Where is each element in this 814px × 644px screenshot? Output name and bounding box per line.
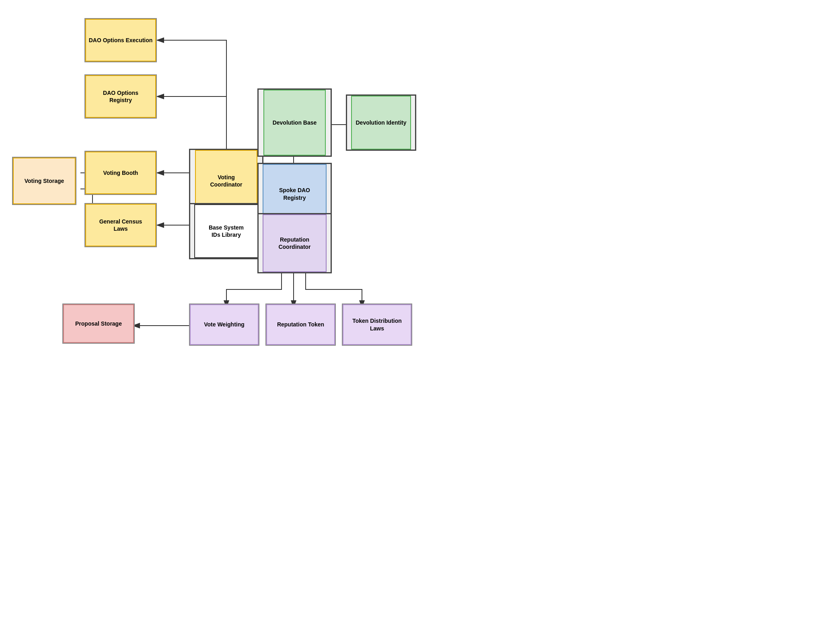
- proposal-storage-outer: Proposal Storage: [62, 304, 135, 344]
- reputation-coordinator-node: ReputationCoordinator: [263, 214, 327, 272]
- vote-weighting-node: Vote Weighting: [190, 304, 259, 345]
- devolution-base-label: Devolution Base: [273, 119, 317, 126]
- reputation-token-label: Reputation Token: [277, 321, 324, 328]
- base-system-ids-label: Base SystemIDs Library: [209, 224, 244, 238]
- voting-coordinator-label: VotingCoordinator: [210, 174, 242, 188]
- token-distribution-laws-label: Token Distribution Laws: [346, 317, 408, 332]
- vote-weighting-label: Vote Weighting: [204, 321, 245, 328]
- token-distribution-laws-outer: Token Distribution Laws: [342, 304, 412, 346]
- spoke-dao-registry-label: Spoke DAORegistry: [279, 187, 310, 201]
- architecture-diagram: DAO Options Execution DAO OptionsRegistr…: [0, 0, 488, 382]
- dao-options-execution-node: DAO Options Execution: [85, 19, 156, 62]
- arrow-vc-to-dao-reg: [157, 96, 226, 155]
- general-census-laws-label: General CensusLaws: [99, 218, 142, 232]
- token-distribution-laws-node: Token Distribution Laws: [343, 304, 411, 345]
- reputation-token-outer: Reputation Token: [265, 304, 336, 346]
- reputation-coordinator-outer: ReputationCoordinator: [257, 213, 332, 273]
- voting-coordinator-node: VotingCoordinator: [195, 150, 257, 212]
- devolution-base-node: Devolution Base: [263, 90, 326, 156]
- devolution-identity-label: Devolution Identity: [356, 119, 407, 126]
- dao-options-registry-node: DAO OptionsRegistry: [85, 75, 156, 118]
- voting-booth-node: Voting Booth: [85, 152, 156, 194]
- voting-booth-label: Voting Booth: [103, 169, 138, 176]
- reputation-token-node: Reputation Token: [266, 304, 335, 345]
- dao-options-execution-outer: DAO Options Execution: [84, 18, 157, 62]
- proposal-storage-label: Proposal Storage: [75, 320, 122, 327]
- dao-options-registry-outer: DAO OptionsRegistry: [84, 74, 157, 119]
- general-census-laws-outer: General CensusLaws: [84, 203, 157, 247]
- devolution-base-outer: Devolution Base: [257, 88, 332, 157]
- reputation-coordinator-label: ReputationCoordinator: [278, 236, 310, 250]
- voting-storage-label: Voting Storage: [25, 177, 64, 185]
- general-census-laws-node: General CensusLaws: [85, 204, 156, 246]
- voting-storage-node: Voting Storage: [13, 158, 76, 204]
- voting-booth-outer: Voting Booth: [84, 151, 157, 195]
- arrow-vc-to-dao-exec: [157, 40, 226, 155]
- vote-weighting-outer: Vote Weighting: [189, 304, 259, 346]
- base-system-ids-node: Base SystemIDs Library: [194, 204, 258, 258]
- dao-options-registry-label: DAO OptionsRegistry: [103, 89, 138, 104]
- base-system-ids-outer: Base SystemIDs Library: [189, 203, 263, 259]
- dao-options-execution-label: DAO Options Execution: [89, 37, 153, 44]
- proposal-storage-node: Proposal Storage: [63, 304, 134, 343]
- devolution-identity-node: Devolution Identity: [351, 96, 411, 150]
- voting-storage-outer: Voting Storage: [12, 157, 76, 205]
- devolution-identity-outer: Devolution Identity: [346, 94, 416, 151]
